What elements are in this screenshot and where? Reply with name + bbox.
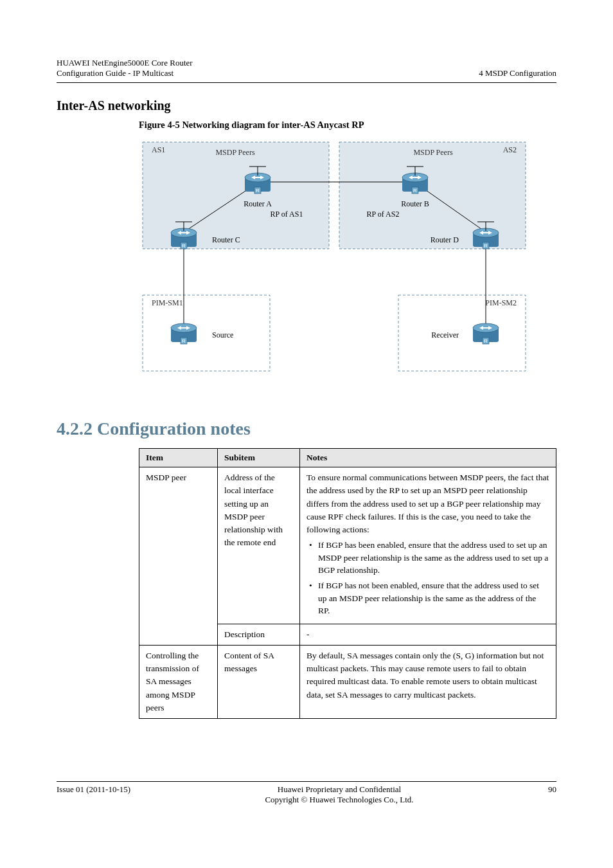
footer-page: 90 <box>548 784 556 805</box>
cell-item-0: MSDP peer <box>139 467 218 646</box>
footer-rule <box>57 781 556 782</box>
pim2-label: PIM-SM2 <box>485 298 517 307</box>
footer-issue: Issue 01 (2011-10-15) <box>57 784 130 805</box>
table-row: Controlling the transmission of SA messa… <box>139 645 556 718</box>
notes-bullets-0: If BGP has been enabled, ensure that the… <box>306 539 549 617</box>
cell-notes-2: By default, SA messages contain only the… <box>300 645 556 718</box>
msdp-label-2: MSDP Peers <box>413 148 453 157</box>
as2-label: AS2 <box>503 145 517 154</box>
header-rule <box>57 82 556 83</box>
bullet: If BGP has been enabled, ensure that the… <box>306 539 549 577</box>
receiver-label: Receiver <box>431 330 459 339</box>
receiver-icon <box>473 323 499 344</box>
th-notes: Notes <box>300 449 556 467</box>
cell-sub-1: Description <box>218 624 300 645</box>
router-d-label: Router D <box>431 235 459 244</box>
router-c-icon <box>171 228 197 249</box>
network-diagram: R AS1 MSDP Peers AS2 MSDP Peers PIM-SM1 … <box>139 136 528 380</box>
figure: R AS1 MSDP Peers AS2 MSDP Peers PIM-SM1 … <box>139 136 556 380</box>
router-b-icon <box>402 173 428 194</box>
notes-lead-0: To ensure normal communications between … <box>306 471 549 536</box>
router-c-label: Router C <box>212 235 240 244</box>
header-right: 4 MSDP Configuration <box>479 68 556 78</box>
th-item: Item <box>139 449 218 467</box>
page: HUAWEI NetEngine5000E Core Router Config… <box>0 0 613 719</box>
subheading-inter-as: Inter-AS networking <box>57 98 556 113</box>
router-a-label: Router A <box>244 199 272 208</box>
section-heading: 4.2.2 Configuration notes <box>57 419 556 439</box>
as1-label: AS1 <box>152 145 165 154</box>
figure-caption: Figure 4-5 Networking diagram for inter-… <box>139 120 556 131</box>
th-subitem: Subitem <box>218 449 300 467</box>
doc-subtitle: Configuration Guide - IP Multicast <box>57 68 193 78</box>
cell-notes-1: - <box>300 624 556 645</box>
cell-sub-0: Address of the local interface setting u… <box>218 467 300 624</box>
source-icon <box>171 323 197 344</box>
footer-copyright2: Copyright © Huawei Technologies Co., Ltd… <box>265 795 413 804</box>
bullet: If BGP has not been enabled, ensure that… <box>306 579 549 617</box>
table-header-row: Item Subitem Notes <box>139 449 556 467</box>
router-b-label: Router B <box>401 199 429 208</box>
footer-copyright: Huawei Proprietary and Confidential <box>278 784 401 794</box>
router-a-icon <box>245 173 271 194</box>
source-label: Source <box>212 330 233 339</box>
header-left: HUAWEI NetEngine5000E Core Router Config… <box>57 58 193 78</box>
doc-title: HUAWEI NetEngine5000E Core Router <box>57 58 193 68</box>
pim1-label: PIM-SM1 <box>152 298 183 307</box>
msdp-label-1: MSDP Peers <box>215 148 255 157</box>
as1-panel <box>143 142 329 249</box>
page-footer: Issue 01 (2011-10-15) Huawei Proprietary… <box>57 781 556 805</box>
table-row: MSDP peer Address of the local interface… <box>139 467 556 624</box>
as1-rp-label: RP of AS1 <box>271 210 303 219</box>
as2-rp-label: RP of AS2 <box>367 210 400 219</box>
header-row: HUAWEI NetEngine5000E Core Router Config… <box>57 58 556 78</box>
cell-item-2: Controlling the transmission of SA messa… <box>139 645 218 718</box>
cell-sub-2: Content of SA messages <box>218 645 300 718</box>
cell-notes-0: To ensure normal communications between … <box>300 467 556 624</box>
router-d-icon <box>473 228 499 249</box>
config-notes-table: Item Subitem Notes MSDP peer Address of … <box>139 448 556 719</box>
